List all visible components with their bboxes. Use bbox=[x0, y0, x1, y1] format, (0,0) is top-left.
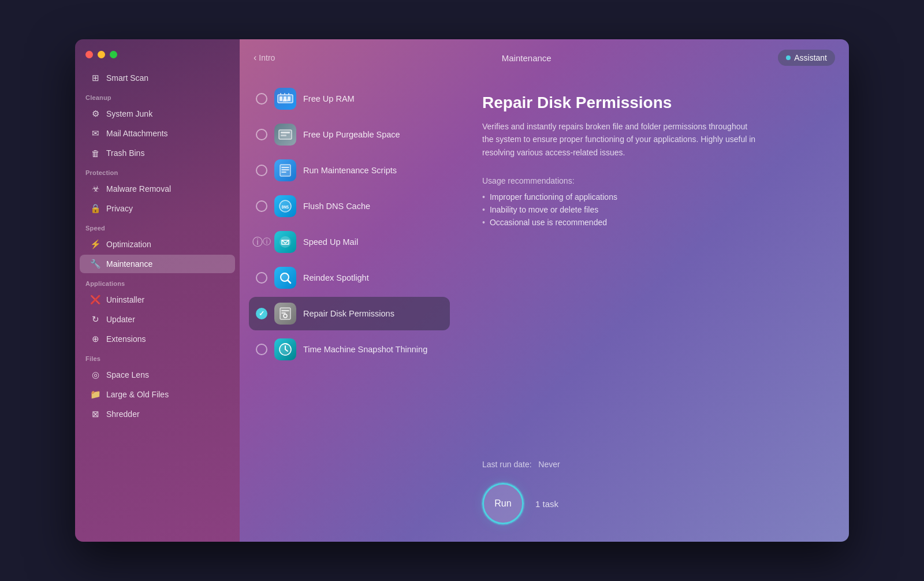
task-radio-repair-disk-permissions[interactable] bbox=[256, 308, 267, 319]
smart-scan-icon: ⊞ bbox=[90, 73, 100, 83]
last-run-value: Never bbox=[538, 460, 560, 469]
space-lens-icon: ◎ bbox=[90, 370, 100, 380]
svg-rect-10 bbox=[281, 135, 286, 136]
task-item-flush-dns-cache[interactable]: DNS Flush DNS Cache bbox=[249, 189, 450, 223]
shredder-icon: ⊠ bbox=[90, 409, 100, 419]
task-radio-time-machine-snapshot-thinning[interactable] bbox=[256, 344, 267, 355]
sidebar-item-label: Smart Scan bbox=[106, 73, 148, 83]
sidebar-item-space-lens[interactable]: ◎ Space Lens bbox=[80, 366, 235, 384]
large-files-icon: 📁 bbox=[90, 389, 100, 400]
assistant-dot-icon bbox=[786, 55, 791, 60]
usage-item-0: Improper functioning of applications bbox=[482, 192, 826, 202]
assistant-label: Assistant bbox=[794, 53, 827, 62]
task-radio-speed-up-mail[interactable]: ⓘ bbox=[256, 236, 267, 248]
task-name-run-maintenance-scripts: Run Maintenance Scripts bbox=[303, 166, 397, 175]
task-item-reindex-spotlight[interactable]: Reindex Spotlight bbox=[249, 261, 450, 295]
ram-icon: RAM bbox=[274, 88, 296, 110]
task-radio-free-up-purgeable[interactable] bbox=[256, 129, 267, 140]
sidebar-item-label: Maintenance bbox=[106, 259, 152, 269]
page-title: Maintenance bbox=[275, 53, 778, 63]
task-item-free-up-purgeable[interactable]: Free Up Purgeable Space bbox=[249, 118, 450, 151]
svg-line-19 bbox=[288, 280, 290, 283]
sidebar-item-label: Privacy bbox=[106, 204, 133, 213]
sidebar-item-label: Shredder bbox=[106, 409, 140, 419]
task-name-reindex-spotlight: Reindex Spotlight bbox=[303, 273, 369, 282]
sidebar-item-shredder[interactable]: ⊠ Shredder bbox=[80, 405, 235, 423]
sidebar-item-mail-attachments[interactable]: ✉ Mail Attachments bbox=[80, 124, 235, 143]
close-button[interactable] bbox=[85, 51, 93, 58]
sidebar-item-maintenance[interactable]: 🔧 Maintenance bbox=[80, 255, 235, 273]
sidebar-section-cleanup: Cleanup bbox=[75, 88, 240, 103]
task-item-run-maintenance-scripts[interactable]: Run Maintenance Scripts bbox=[249, 154, 450, 187]
sidebar-item-optimization[interactable]: ⚡ Optimization bbox=[80, 235, 235, 254]
run-button[interactable]: Run bbox=[482, 483, 524, 524]
sidebar-item-smart-scan[interactable]: ⊞ Smart Scan bbox=[80, 69, 235, 87]
sidebar-item-label: Large & Old Files bbox=[106, 390, 169, 399]
sidebar-item-label: Trash Bins bbox=[106, 148, 144, 158]
task-count: 1 task bbox=[535, 499, 558, 509]
task-radio-free-up-ram[interactable] bbox=[256, 93, 267, 105]
task-item-free-up-ram[interactable]: RAM Free Up RAM bbox=[249, 82, 450, 116]
content-area: RAM Free Up RAM Free Up bbox=[240, 76, 849, 542]
sidebar-item-large-old-files[interactable]: 📁 Large & Old Files bbox=[80, 385, 235, 404]
disk-icon bbox=[274, 303, 296, 325]
optimization-icon: ⚡ bbox=[90, 239, 100, 249]
sidebar-item-updater[interactable]: ↻ Updater bbox=[80, 310, 235, 329]
mail-icon: ✉ bbox=[90, 128, 100, 139]
sidebar-item-uninstaller[interactable]: ❌ Uninstaller bbox=[80, 290, 235, 309]
sidebar-section-files: Files bbox=[75, 349, 240, 364]
sidebar-item-system-junk[interactable]: ⚙ System Junk bbox=[80, 105, 235, 123]
sidebar-item-malware-removal[interactable]: ☣ Malware Removal bbox=[80, 180, 235, 198]
back-label: Intro bbox=[259, 53, 275, 62]
sidebar-item-privacy[interactable]: 🔒 Privacy bbox=[80, 199, 235, 218]
usage-item-1: Inability to move or delete files bbox=[482, 205, 826, 214]
svg-rect-9 bbox=[281, 132, 290, 133]
sidebar-item-label: Space Lens bbox=[106, 370, 149, 379]
usage-title: Usage recommendations: bbox=[482, 176, 826, 185]
svg-rect-6 bbox=[288, 93, 289, 95]
svg-rect-3 bbox=[288, 96, 290, 101]
task-name-repair-disk-permissions: Repair Disk Permissions bbox=[303, 309, 394, 318]
sidebar-item-trash-bins[interactable]: 🗑 Trash Bins bbox=[80, 144, 235, 162]
detail-panel: Repair Disk Permissions Verifies and ins… bbox=[459, 76, 849, 542]
task-name-free-up-purgeable: Free Up Purgeable Space bbox=[303, 130, 400, 139]
task-item-repair-disk-permissions[interactable]: Repair Disk Permissions bbox=[249, 297, 450, 330]
detail-title: Repair Disk Permissions bbox=[482, 94, 826, 112]
usage-list: Improper functioning of applications Ina… bbox=[482, 192, 826, 227]
usage-item-text: Occasional use is recommended bbox=[490, 218, 607, 227]
purgeable-icon bbox=[274, 124, 296, 146]
sidebar-item-extensions[interactable]: ⊕ Extensions bbox=[80, 330, 235, 348]
task-radio-run-maintenance-scripts[interactable] bbox=[256, 165, 267, 176]
trash-icon: 🗑 bbox=[90, 148, 100, 158]
svg-rect-5 bbox=[284, 93, 285, 95]
maximize-button[interactable] bbox=[110, 51, 117, 58]
sidebar-item-label: Uninstaller bbox=[106, 295, 144, 304]
sidebar-item-label: Malware Removal bbox=[106, 184, 171, 193]
assistant-button[interactable]: Assistant bbox=[778, 50, 835, 66]
sidebar-item-label: Mail Attachments bbox=[106, 129, 168, 138]
task-name-flush-dns-cache: Flush DNS Cache bbox=[303, 202, 370, 211]
svg-rect-1 bbox=[280, 96, 282, 101]
detail-description: Verifies and instantly repairs broken fi… bbox=[482, 120, 759, 159]
back-button[interactable]: ‹ Intro bbox=[254, 53, 275, 63]
sidebar-section-applications: Applications bbox=[75, 274, 240, 289]
task-radio-reindex-spotlight[interactable] bbox=[256, 272, 267, 284]
task-item-speed-up-mail[interactable]: ⓘ Speed Up Mail bbox=[249, 225, 450, 259]
sidebar-section-speed: Speed bbox=[75, 219, 240, 234]
privacy-icon: 🔒 bbox=[90, 203, 100, 214]
malware-icon: ☣ bbox=[90, 184, 100, 194]
app-window: ⊞ Smart Scan Cleanup ⚙ System Junk ✉ Mai… bbox=[75, 39, 849, 542]
time-machine-icon bbox=[274, 338, 296, 360]
dns-icon: DNS bbox=[274, 195, 296, 217]
task-list: RAM Free Up RAM Free Up bbox=[240, 76, 459, 542]
uninstaller-icon: ❌ bbox=[90, 295, 100, 305]
svg-rect-4 bbox=[280, 93, 281, 95]
task-radio-flush-dns-cache[interactable] bbox=[256, 200, 267, 212]
sidebar-item-label: System Junk bbox=[106, 109, 152, 118]
sidebar-section-protection: Protection bbox=[75, 163, 240, 178]
usage-item-text: Inability to move or delete files bbox=[490, 205, 598, 214]
maintenance-icon: 🔧 bbox=[90, 259, 100, 269]
minimize-button[interactable] bbox=[98, 51, 105, 58]
svg-text:RAM: RAM bbox=[282, 99, 288, 102]
task-item-time-machine-snapshot-thinning[interactable]: Time Machine Snapshot Thinning bbox=[249, 333, 450, 366]
